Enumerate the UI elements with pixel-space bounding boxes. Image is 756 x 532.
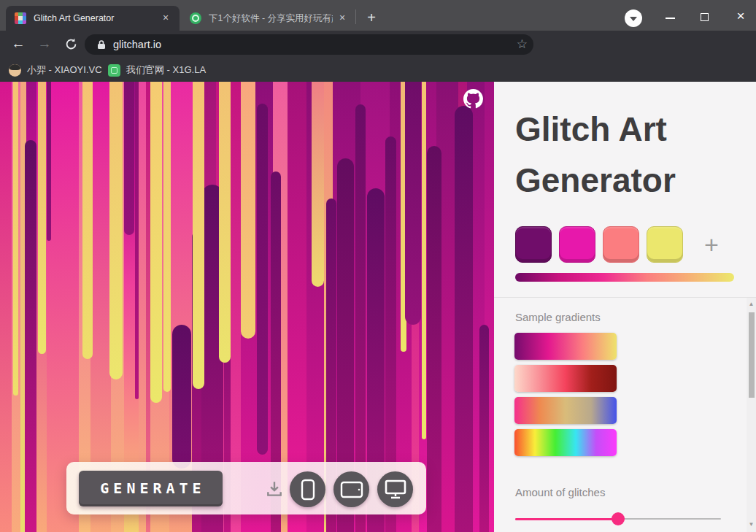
bookmark-x1g[interactable]: 我们官网 - X1G.LA [108,58,206,82]
art-bar [163,82,171,392]
glitch-favicon [15,12,26,24]
reload-button[interactable] [58,31,83,58]
media-controls-button[interactable] [625,9,642,27]
desktop-size-button[interactable] [377,471,413,507]
window-maximize-button[interactable] [693,9,719,26]
url-text: glitchart.io [113,39,161,50]
tab-chinese-software-site[interactable]: 下1个好软件 - 分享实用好玩有趣 × [180,6,355,31]
window-close-button[interactable]: × [728,6,754,28]
tab-close-icon[interactable]: × [336,12,349,25]
add-color-button[interactable]: + [697,231,726,260]
art-bar [427,146,441,532]
new-tab-button[interactable]: + [362,9,381,28]
art-bar [405,82,421,325]
browser-toolbar: ← → glitchart.io ☆ -- [0,31,756,58]
tab-title: 下1个好软件 - 分享实用好玩有趣 [209,12,333,25]
art-bar [479,325,489,532]
bookmark-xiaoyi[interactable]: 小羿 - XIAOYI.VC [9,58,102,82]
sample-gradients-list [514,333,617,456]
art-bar [109,82,123,379]
browser-window: Glitch Art Generator × 下1个好软件 - 分享实用好玩有趣… [0,0,756,532]
art-bar [13,82,18,396]
phone-size-button[interactable] [290,471,325,507]
tablet-size-button[interactable] [333,471,369,507]
bookmark-green-favicon [108,64,120,77]
desktop-icon [385,479,406,500]
reload-icon [65,38,77,50]
art-bar [455,106,473,532]
palette-swatch[interactable] [647,226,683,263]
art-bar [312,82,324,287]
sample-gradient-swatch[interactable] [514,333,617,360]
page-title-line2: Generator [515,155,676,206]
bookmark-avatar-favicon [9,64,21,77]
art-bar [47,82,51,241]
minimize-icon [666,18,675,19]
art-bar [172,325,191,469]
scrollbar-up-icon[interactable]: ▲ [747,299,756,309]
maximize-icon [701,13,709,21]
download-button[interactable] [265,479,284,498]
palette-swatch[interactable] [603,226,639,263]
favicon-tile [23,20,26,24]
tab-close-icon[interactable]: × [159,12,172,25]
github-icon [463,89,483,109]
back-button[interactable]: ← [6,31,31,58]
art-bar [38,82,46,354]
art-bar [150,82,162,403]
address-bar[interactable]: glitchart.io ☆ [85,34,533,55]
canvas-control-bar: GENERATE [66,462,426,514]
art-bar [257,104,268,455]
art-bar [25,140,36,532]
art-bar [241,82,255,339]
art-bar [422,82,426,439]
sample-gradient-swatch[interactable] [514,397,617,424]
bookmark-label: 我们官网 - X1G.LA [126,63,206,77]
gradient-preview-bar [515,273,734,282]
phone-icon [300,479,316,501]
amount-of-glitches-label: Amount of glitches [515,486,605,498]
scrollbar-down-icon[interactable]: ▼ [747,520,756,530]
lock-icon [97,39,106,50]
palette-swatch[interactable] [515,226,552,263]
glitch-art-canvas: GENERATE [0,82,494,532]
window-minimize-button[interactable] [657,9,684,26]
tab-glitch-art-generator[interactable]: Glitch Art Generator × [6,6,180,31]
slider-fill [515,518,618,520]
download-icon [265,479,284,498]
art-bar [193,82,204,389]
sidebar-divider [494,297,756,298]
tab-title: Glitch Art Generator [34,13,156,23]
bookmark-star-icon[interactable]: ☆ [517,37,528,52]
green-site-favicon [190,12,201,24]
palette-swatch[interactable] [559,226,595,263]
tab-divider [355,9,356,24]
art-bar [135,82,139,399]
tablet-icon [340,481,363,498]
color-palette [515,226,683,263]
sample-gradient-swatch[interactable] [514,429,617,456]
generate-button[interactable]: GENERATE [79,471,223,506]
art-bar [124,82,134,235]
art-bar [82,82,93,359]
forward-button[interactable]: → [32,31,57,58]
sidebar-scrollbar-thumb[interactable] [749,312,755,398]
art-bar [219,82,231,363]
page-title-line1: Glitch Art [515,104,676,155]
slider-thumb[interactable] [612,512,625,525]
tab-strip: Glitch Art Generator × 下1个好软件 - 分享实用好玩有趣… [0,0,756,31]
settings-sidebar: Glitch Art Generator + Sample gradients … [494,82,756,532]
play-triangle-icon [630,17,637,21]
sample-gradients-label: Sample gradients [515,311,601,323]
art-bar [0,82,12,532]
glitch-amount-slider[interactable] [515,512,721,525]
sample-gradient-swatch[interactable] [514,365,617,392]
page-title: Glitch Art Generator [515,104,676,206]
bookmark-label: 小羿 - XIAOYI.VC [27,63,102,77]
github-link[interactable] [463,89,483,109]
